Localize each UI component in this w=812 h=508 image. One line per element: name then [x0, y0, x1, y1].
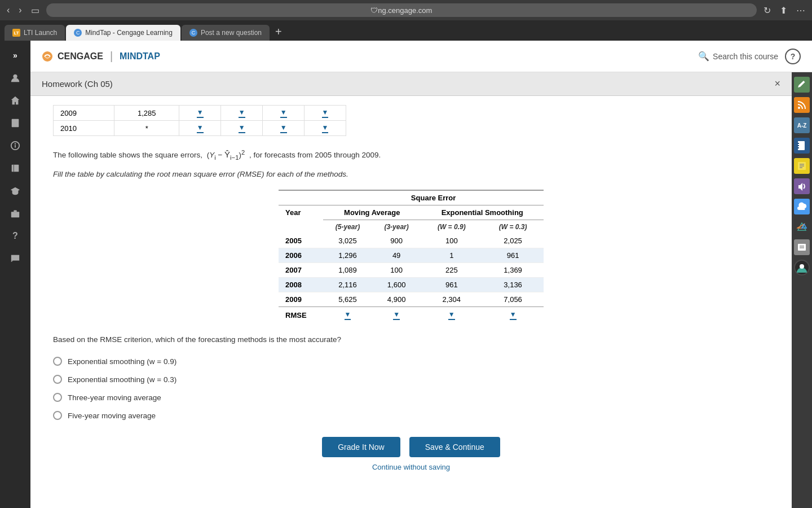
dropdown-cell[interactable]: ▼ [179, 121, 221, 136]
info-button[interactable] [5, 135, 25, 156]
svg-point-6 [15, 143, 16, 144]
tab-mindtap[interactable]: C MindTap - Cengage Learning [66, 25, 180, 41]
drive-button[interactable] [794, 219, 810, 235]
dropdown-arrow-1[interactable]: ▼ [197, 108, 204, 118]
v2-2006: 49 [372, 248, 421, 263]
rmse-v1[interactable]: ▼ [323, 307, 372, 323]
year-2005: 2005 [279, 234, 323, 248]
notes-button[interactable] [794, 158, 810, 174]
close-button[interactable]: × [774, 78, 780, 90]
rmse-v3[interactable]: ▼ [421, 307, 482, 323]
cengage-logo-icon [42, 51, 53, 62]
cloud-button[interactable] [794, 199, 810, 214]
year-cell: 2010 [54, 121, 114, 136]
share-button[interactable]: ⬆ [778, 3, 789, 18]
notepad-button[interactable] [794, 239, 810, 255]
v4-2008: 3,136 [482, 278, 544, 292]
notebook-button[interactable] [794, 138, 810, 154]
svg-point-0 [13, 75, 17, 78]
dropdown-arrow-3[interactable]: ▼ [280, 108, 287, 118]
more-button[interactable]: ⋯ [794, 3, 807, 18]
dropdown-cell[interactable]: ▼ [304, 106, 346, 121]
svg-rect-1 [12, 119, 19, 127]
search-icon: 🔍 [698, 51, 709, 62]
table-row: 2005 3,025 900 100 2,025 [279, 234, 544, 248]
continue-without-saving-button[interactable]: Continue without saving [372, 463, 450, 471]
tab-view-button[interactable]: ▭ [29, 3, 42, 18]
dropdown-arrow-8[interactable]: ▼ [322, 124, 329, 133]
user-avatar-button[interactable] [794, 260, 810, 275]
rmse-dropdown-3[interactable]: ▼ [448, 310, 455, 320]
address-bar[interactable]: 🛡 ng.cengage.com [46, 3, 757, 17]
dropdown-cell[interactable]: ▼ [221, 121, 263, 136]
option-exp-03-label: Exponential smoothing (w = 0.3) [68, 375, 176, 384]
pencil-tool-button[interactable] [794, 77, 810, 93]
drive-icon [797, 222, 807, 232]
new-tab-button[interactable]: + [273, 23, 284, 41]
option-exp-03[interactable]: Exponential smoothing (w = 0.3) [53, 375, 769, 384]
dropdown-cell[interactable]: ▼ [263, 106, 304, 121]
rmse-v2[interactable]: ▼ [372, 307, 421, 323]
tab-lti-launch[interactable]: LT LTI Launch [5, 25, 65, 41]
rmse-dropdown-1[interactable]: ▼ [345, 310, 351, 320]
expand-button[interactable]: » [5, 45, 25, 65]
grade-it-now-button[interactable]: Grade It Now [322, 437, 400, 457]
dropdown-cell[interactable]: ▼ [179, 106, 221, 121]
radio-3year[interactable] [53, 393, 62, 402]
avatar-icon [797, 262, 807, 273]
v1-2005: 3,025 [323, 234, 372, 248]
help-button[interactable]: ? [5, 226, 25, 246]
dropdown-arrow-7[interactable]: ▼ [280, 124, 287, 133]
homework-content: 2009 1,285 ▼ ▼ ▼ ▼ 2010 * [30, 96, 792, 494]
option-3year[interactable]: Three-year moving average [53, 393, 769, 402]
homework-title: Homework (Ch 05) [42, 79, 113, 89]
help-icon-button[interactable]: ? [785, 49, 801, 64]
option-5year[interactable]: Five-year moving average [53, 411, 769, 420]
rmse-dropdown-4[interactable]: ▼ [510, 310, 517, 320]
rmse-dropdown-2[interactable]: ▼ [393, 310, 400, 320]
dropdown-cell[interactable]: ▼ [304, 121, 346, 136]
forward-button[interactable]: › [16, 3, 24, 17]
tools-button[interactable] [5, 203, 25, 224]
grades-button[interactable] [5, 181, 25, 201]
messages-button[interactable] [5, 248, 25, 269]
readings-button[interactable] [5, 158, 25, 178]
dropdown-cell[interactable]: ▼ [263, 121, 304, 136]
dropdown-cell[interactable]: ▼ [221, 106, 263, 121]
cengage-label: CENGAGE [58, 51, 103, 62]
svg-rect-15 [797, 145, 799, 146]
save-continue-button[interactable]: Save & Continue [409, 437, 500, 457]
glossary-button[interactable]: A-Z [794, 117, 810, 133]
formula-suffix: , for forecasts from 2005 through 2009. [249, 151, 381, 159]
rss-button[interactable] [794, 97, 810, 113]
svg-rect-10 [11, 212, 19, 217]
radio-exp-03[interactable] [53, 375, 62, 384]
radio-exp-09[interactable] [53, 357, 62, 366]
option-exp-09[interactable]: Exponential smoothing (w = 0.9) [53, 357, 769, 366]
v3-2008: 961 [421, 278, 482, 292]
radio-5year[interactable] [53, 411, 62, 420]
dropdown-arrow-2[interactable]: ▼ [239, 108, 245, 118]
mindtap-label: MINDTAP [120, 51, 160, 62]
table-row: 2010 * ▼ ▼ ▼ ▼ [54, 121, 346, 136]
v1-2009: 5,625 [323, 292, 372, 307]
rmse-v4[interactable]: ▼ [482, 307, 544, 323]
assignments-button[interactable] [5, 113, 25, 133]
back-button[interactable]: ‹ [5, 3, 12, 17]
audio-button[interactable] [794, 178, 810, 194]
profile-button[interactable] [5, 68, 25, 88]
square-error-table: Square Error Year Moving Average Exponen… [279, 190, 544, 323]
dropdown-arrow-4[interactable]: ▼ [322, 108, 329, 118]
dropdown-arrow-6[interactable]: ▼ [239, 124, 245, 133]
search-bar[interactable]: 🔍 Search this course [698, 51, 778, 62]
notepad-icon [797, 242, 807, 252]
year-2006: 2006 [279, 248, 323, 263]
tab-post-question[interactable]: C Post a new question [182, 25, 270, 41]
dropdown-arrow-5[interactable]: ▼ [197, 124, 204, 133]
home-button[interactable] [5, 90, 25, 111]
refresh-button[interactable]: ↻ [761, 3, 773, 18]
table-row: 2008 2,116 1,600 961 3,136 [279, 278, 544, 292]
year-2008: 2008 [279, 278, 323, 292]
main-area: CENGAGE | MINDTAP 🔍 Search this course ? [30, 41, 812, 508]
right-sidebar: A-Z [792, 72, 812, 508]
